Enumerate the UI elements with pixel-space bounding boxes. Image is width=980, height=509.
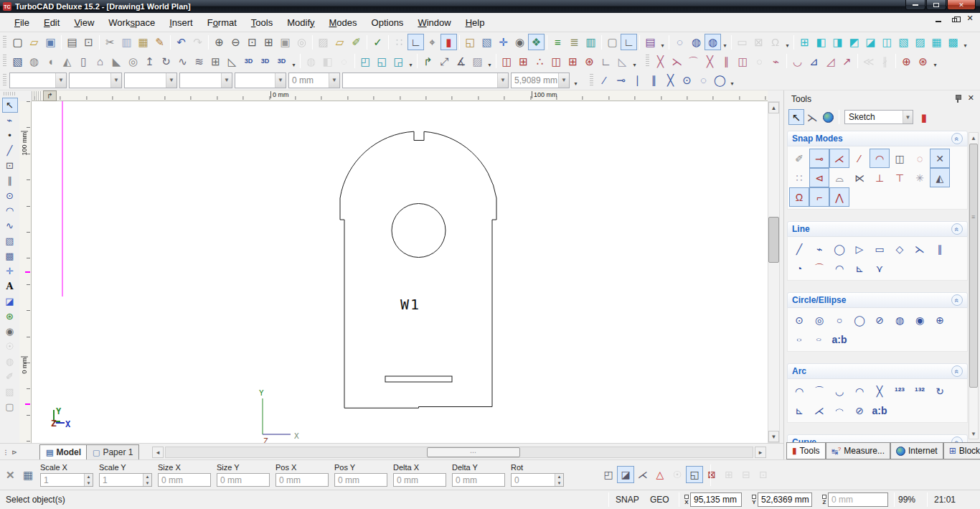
view-back-icon[interactable]: ◨ [829, 34, 846, 50]
menu-edit[interactable]: Edit [37, 14, 67, 31]
menu-workspace[interactable]: Workspace [101, 14, 162, 31]
world-globe-icon[interactable] [823, 112, 834, 123]
delta-x-input[interactable]: 0 mm [393, 473, 446, 487]
arc-header[interactable]: Arc « [787, 363, 968, 379]
menu-format[interactable]: Format [200, 14, 244, 31]
snap-midpoint-icon[interactable]: ⁄ [849, 149, 870, 168]
construction-cross-icon[interactable]: ╳ [662, 72, 679, 88]
spell-check-icon[interactable]: ✓ [369, 34, 386, 50]
box-tool-icon[interactable]: ▧ [2, 233, 18, 248]
zoom-out-icon[interactable]: ⊖ [227, 34, 244, 50]
chevron-down-icon[interactable]: ▼ [110, 73, 121, 88]
palette-tab-blocks[interactable]: ⊞Blocks [943, 442, 980, 459]
circle-tangent-3-entities-icon[interactable]: ◉ [910, 310, 930, 330]
prism-3d-icon[interactable]: ⌂ [92, 53, 108, 70]
palette-tab-measure[interactable]: ↹?Measure... [826, 442, 890, 459]
toolbar-grip[interactable] [590, 74, 593, 87]
arc-tangent-from-icon[interactable]: ⋌ [809, 401, 829, 420]
view-bottom-icon[interactable]: ◫ [879, 34, 895, 50]
angle-3d-icon[interactable]: ∡ [453, 53, 469, 70]
minimize-button[interactable] [905, 0, 925, 10]
line-rotated-rectangle-icon[interactable]: ◇ [890, 239, 910, 258]
line-perpendicular-icon[interactable]: ⋋ [910, 239, 930, 258]
zoom-in-icon[interactable]: ⊕ [211, 34, 227, 50]
column-circle[interactable] [392, 204, 446, 258]
scroll-down-icon[interactable]: ▼ [768, 431, 779, 442]
selector-combo-3[interactable]: ▼ [124, 73, 177, 88]
view-3d-box-icon[interactable]: ▧ [479, 34, 495, 50]
line-polyline-icon[interactable]: ⌁ [809, 239, 829, 258]
doc-restore-button[interactable] [950, 14, 958, 22]
selector-combo-1[interactable]: ▼ [9, 73, 67, 88]
arc-fixed-ratio-icon[interactable]: a:b [870, 401, 890, 420]
pin-icon[interactable] [954, 95, 961, 103]
paste-icon[interactable]: ▦ [135, 34, 151, 50]
toolbar-overflow-icon[interactable]: ▾ [721, 34, 729, 50]
view-iso-sw-icon[interactable]: ▩ [945, 34, 961, 50]
edit-reference-icon[interactable]: ⋌ [634, 466, 651, 483]
curve-header[interactable]: Curve « [787, 434, 968, 442]
construction-angled-icon[interactable]: ∥ [646, 72, 662, 88]
tab-paper-1[interactable]: ▢ Paper 1 [86, 444, 139, 459]
view-right-icon[interactable]: ◪ [862, 34, 879, 50]
view-front-icon[interactable]: ◧ [813, 34, 829, 50]
chevron-down-icon[interactable]: ▼ [903, 111, 913, 123]
toolbar-grip[interactable] [646, 55, 649, 67]
snap-facet-icon[interactable]: ◭ [930, 168, 950, 187]
restore-button[interactable] [926, 0, 946, 10]
snap-modes-header[interactable]: Snap Modes « [787, 131, 968, 146]
format-brush-icon[interactable]: ✎ [151, 34, 168, 50]
selector-combo-2[interactable]: ▼ [69, 73, 122, 88]
toolbar-grip[interactable] [3, 55, 6, 67]
box-3d-icon[interactable]: ▧ [9, 53, 26, 70]
chevron-down-icon[interactable]: ▼ [275, 73, 286, 88]
help-reference-icon[interactable]: ▤ [642, 34, 659, 50]
palette-tab-tools[interactable]: ▮Tools [786, 442, 826, 459]
toolbar-overflow-icon[interactable]: ▾ [407, 53, 415, 70]
ucs-tool-icon[interactable]: ↱ [420, 53, 436, 70]
circle-tangent-to-line-icon[interactable]: ⊘ [870, 310, 890, 330]
collapse-chevron-icon[interactable]: « [951, 133, 963, 144]
explode-icon[interactable]: ⊠ [750, 34, 767, 50]
sketch-combo[interactable]: Sketch ▼ [844, 110, 913, 124]
sweep-icon[interactable]: ∿ [174, 53, 191, 70]
slice-solid-icon[interactable]: ◧ [319, 53, 336, 70]
meet-2-lines-icon[interactable]: ⋋ [669, 53, 685, 70]
cut-icon[interactable]: ✂ [102, 34, 118, 50]
t-meet-icon[interactable]: ⊿ [806, 53, 822, 70]
align-corner-icon[interactable]: ∟ [598, 53, 614, 70]
chevron-down-icon[interactable]: ▼ [221, 73, 232, 88]
thicken-icon[interactable]: ◌ [336, 53, 352, 70]
snap-nearest-icon[interactable]: ⊸ [809, 149, 829, 168]
view-top-icon[interactable]: ⊞ [796, 34, 813, 50]
arc-icon[interactable]: ◠ [2, 203, 18, 218]
snap-perpendicular-icon[interactable]: ⊥ [870, 168, 890, 187]
snap-center-extents-icon[interactable]: ◌ [910, 149, 930, 168]
zoom-window-icon[interactable]: ⊡ [244, 34, 260, 50]
split-icon[interactable]: ∦ [877, 53, 893, 70]
one-time-snap-icon[interactable]: ⌐ [809, 187, 829, 207]
line-single-icon[interactable]: ╱ [789, 239, 809, 258]
snap-quadrant-icon[interactable]: ◫ [890, 149, 910, 168]
view-iso-nw-icon[interactable]: ▨ [912, 34, 928, 50]
toolbar-overflow-icon[interactable]: ▾ [631, 53, 639, 70]
line-icon[interactable]: ╱ [2, 143, 18, 158]
boolean-subtract-icon[interactable]: ◱ [374, 53, 390, 70]
line-rectangle-icon[interactable]: ▭ [870, 239, 890, 258]
coord-z-icon[interactable]: Z [822, 495, 826, 505]
snap-face-icon[interactable]: ⌓ [829, 168, 849, 187]
chevron-down-icon[interactable]: ▼ [55, 73, 66, 88]
pan-view-icon[interactable]: ✛ [495, 34, 512, 50]
circle-center-radius-icon[interactable]: ⊙ [789, 310, 809, 330]
select-rect-icon[interactable]: ▢ [2, 399, 18, 414]
arc-tangent-perpendicular-icon[interactable]: ⊾ [789, 401, 809, 420]
loft-icon[interactable]: ≋ [191, 53, 207, 70]
delta-y-input[interactable]: 0 mm [452, 473, 505, 487]
circle-icon[interactable]: ⊙ [2, 188, 18, 203]
zoom-previous-icon[interactable]: ▣ [277, 34, 293, 50]
toolbar-overflow-icon[interactable]: ▾ [572, 72, 580, 88]
palette-close-icon[interactable]: ✕ [968, 93, 974, 103]
circle-tangent-to-entities-icon[interactable]: ◍ [890, 310, 910, 330]
fillet-arc-icon[interactable]: ◿ [822, 53, 839, 70]
select-icon[interactable]: ↖ [2, 98, 18, 113]
